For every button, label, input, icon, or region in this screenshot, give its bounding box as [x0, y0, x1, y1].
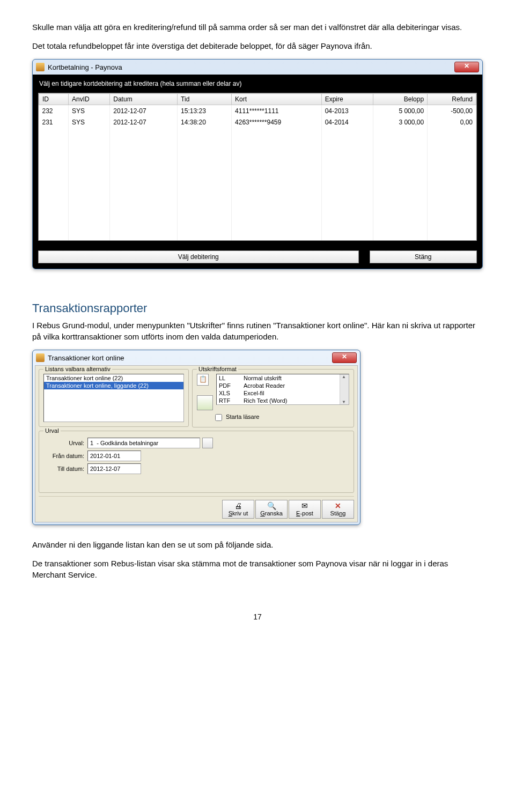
app-icon	[36, 353, 45, 362]
list-item[interactable]: RTFRich Text (Word)	[217, 397, 340, 404]
urval-label: Urval:	[43, 440, 87, 446]
email-button[interactable]: ✉ E-post	[289, 500, 321, 519]
col-anvid[interactable]: AnvID	[69, 94, 110, 105]
preview-button-label-rest: ranska	[265, 510, 283, 516]
magnifier-icon: 🔍	[256, 501, 287, 510]
section-heading-transaktionsrapporter: Transaktionsrapporter	[32, 301, 483, 315]
window-title: Transaktioner kort online	[48, 354, 332, 362]
table-header-row: ID AnvID Datum Tid Kort Expire Belopp Re…	[39, 94, 476, 105]
table-row[interactable]	[39, 184, 476, 195]
group-legend: Urval	[43, 427, 61, 434]
table-row[interactable]	[39, 173, 476, 184]
table-row[interactable]	[39, 161, 476, 173]
format-listbox[interactable]: LLNormal utskrift PDFAcrobat Reader XLSE…	[216, 374, 349, 405]
list-item[interactable]: Transaktioner kort online, liggande (22)	[44, 382, 183, 389]
table-row[interactable]	[39, 229, 476, 240]
urval-input[interactable]	[87, 438, 200, 448]
start-reader-checkbox[interactable]	[215, 414, 222, 421]
close-button[interactable]: ✕ Stäng	[322, 500, 354, 519]
print-button-label-rest: kriv ut	[232, 510, 248, 516]
close-x-icon: ✕	[322, 501, 354, 510]
printer-icon: 🖨	[223, 501, 254, 510]
from-date-input[interactable]	[87, 451, 141, 461]
list-item[interactable]: Transaktioner kort online (22)	[44, 374, 183, 382]
print-button[interactable]: 🖨 Skriv ut	[222, 500, 254, 519]
table-row[interactable]	[39, 150, 476, 161]
envelope-icon: ✉	[289, 501, 320, 510]
col-kort[interactable]: Kort	[232, 94, 322, 105]
outro-paragraph-1: Använder ni den liggande listan kan den …	[32, 539, 483, 550]
to-date-input[interactable]	[87, 463, 141, 474]
print-preview-icon[interactable]	[197, 395, 213, 410]
close-button[interactable]: Stäng	[370, 250, 477, 263]
dialog-kortbetalning: Kortbetalning - Paynova ✕ Välj en tidiga…	[32, 59, 483, 269]
scrollbar[interactable]	[340, 374, 349, 404]
table-row[interactable]: 231 SYS 2012-12-07 14:38:20 4263*******9…	[39, 116, 476, 128]
group-list-alternatives: Listans valbara alternativ Transaktioner…	[39, 369, 189, 427]
col-refund[interactable]: Refund	[428, 94, 476, 105]
list-item[interactable]: LLNormal utskrift	[217, 374, 340, 382]
col-datum[interactable]: Datum	[110, 94, 178, 105]
table-row[interactable]	[39, 128, 476, 139]
titlebar: Transaktioner kort online ✕	[33, 350, 360, 365]
window-title: Kortbetalning - Paynova	[48, 63, 454, 71]
preview-button[interactable]: 🔍 Granska	[255, 500, 288, 519]
titlebar: Kortbetalning - Paynova ✕	[33, 60, 482, 75]
outro-paragraph-2: De transaktioner som Rebus-listan visar …	[32, 558, 483, 580]
debit-table[interactable]: ID AnvID Datum Tid Kort Expire Belopp Re…	[38, 93, 477, 241]
section-text: I Rebus Grund-modul, under menypunkten "…	[32, 320, 483, 342]
col-tid[interactable]: Tid	[178, 94, 232, 105]
email-button-label-rest: -post	[300, 510, 313, 516]
list-item[interactable]: PDFAcrobat Reader	[217, 382, 340, 389]
group-legend: Listans valbara alternativ	[43, 366, 112, 372]
col-expire[interactable]: Expire	[321, 94, 373, 105]
choose-debit-button[interactable]: Välj debitering	[38, 250, 359, 263]
copy-icon[interactable]: 📋	[197, 374, 209, 386]
table-row[interactable]	[39, 218, 476, 229]
table-row[interactable]: 232 SYS 2012-12-07 15:13:23 4111******11…	[39, 105, 476, 117]
col-belopp[interactable]: Belopp	[373, 94, 428, 105]
from-date-label: Från datum:	[43, 453, 87, 459]
col-id[interactable]: ID	[39, 94, 69, 105]
intro-paragraph-2: Det totala refundbeloppet får inte övers…	[32, 40, 483, 51]
table-row[interactable]	[39, 206, 476, 218]
start-reader-label: Starta läsare	[226, 414, 259, 420]
close-icon[interactable]: ✕	[332, 352, 357, 363]
table-row[interactable]	[39, 139, 476, 150]
close-icon[interactable]: ✕	[454, 62, 479, 72]
button-bar: 🖨 Skriv ut 🔍 Granska ✉ E-post ✕ Stäng	[39, 496, 354, 519]
intro-paragraph-1: Skulle man välja att göra en kreditering…	[32, 21, 483, 33]
group-urval: Urval Urval: Från datum: Till datum:	[39, 431, 354, 493]
list-item[interactable]: XLSExcel-fil	[217, 389, 340, 397]
lookup-icon[interactable]	[202, 438, 213, 448]
instruction-text: Välj en tidigare kortdebitering att kred…	[39, 80, 477, 87]
report-listbox[interactable]: Transaktioner kort online (22) Transakti…	[43, 374, 184, 422]
dialog-transaktioner: Transaktioner kort online ✕ Listans valb…	[32, 350, 360, 525]
table-row[interactable]	[39, 195, 476, 206]
page-number: 17	[32, 612, 483, 621]
group-legend: Utskriftsformat	[197, 366, 238, 372]
to-date-label: Till datum:	[43, 466, 87, 472]
app-icon	[36, 63, 45, 71]
group-print-format: Utskriftsformat 📋 LLNormal utskrift PDFA…	[192, 369, 354, 427]
